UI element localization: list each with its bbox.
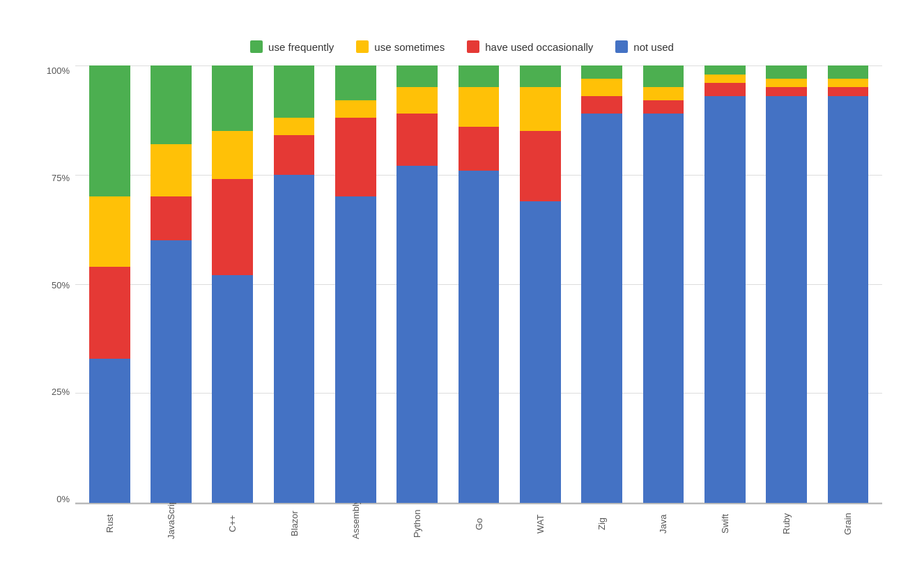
bars-and-x: RustJavaScriptC++BlazorAssemblyScriptPyt… bbox=[75, 65, 882, 539]
bar-col bbox=[82, 65, 137, 503]
bar-col bbox=[821, 65, 875, 503]
bar-segment-notused bbox=[520, 201, 561, 503]
x-axis-label: Rust bbox=[105, 508, 115, 539]
bar-segment-notused bbox=[704, 96, 746, 503]
y-axis: 100%75%50%25%0% bbox=[42, 65, 75, 539]
x-label-col: Swift bbox=[698, 504, 752, 539]
bar-segment-occasional bbox=[212, 179, 253, 275]
bar-segment-sometimes bbox=[828, 79, 869, 88]
bar-col bbox=[759, 65, 813, 503]
bar-segment-occasional bbox=[274, 135, 315, 175]
x-axis-label: JavaScript bbox=[166, 508, 176, 539]
bar-segment-notused bbox=[274, 175, 315, 503]
y-axis-label: 25% bbox=[52, 387, 70, 397]
legend-label: use frequently bbox=[268, 41, 334, 53]
x-axis-label: C++ bbox=[227, 508, 238, 539]
legend-item: not used bbox=[615, 40, 674, 53]
legend-swatch bbox=[356, 40, 369, 53]
x-axis-label: Grain bbox=[842, 508, 853, 539]
x-axis-label: Zig bbox=[596, 508, 607, 539]
bar-stack bbox=[643, 65, 684, 503]
legend-swatch bbox=[615, 40, 628, 53]
bar-segment-notused bbox=[459, 171, 500, 503]
bar-col bbox=[698, 65, 752, 503]
bar-segment-notused bbox=[828, 96, 869, 503]
legend-swatch bbox=[250, 40, 263, 53]
bar-segment-occasional bbox=[581, 96, 622, 114]
x-label-col: Ruby bbox=[759, 504, 813, 539]
x-label-col: Go bbox=[452, 504, 506, 539]
bar-segment-sometimes bbox=[704, 75, 746, 84]
x-axis-label: AssemblyScript bbox=[351, 508, 361, 539]
bar-segment-notused bbox=[581, 114, 622, 503]
x-axis-label: Java bbox=[658, 508, 668, 539]
chart-container: use frequentlyuse sometimeshave used occ… bbox=[0, 0, 924, 567]
x-axis: RustJavaScriptC++BlazorAssemblyScriptPyt… bbox=[75, 504, 882, 539]
y-axis-label: 50% bbox=[52, 280, 70, 290]
bar-stack bbox=[704, 65, 746, 503]
bar-segment-sometimes bbox=[581, 79, 622, 96]
y-axis-label: 100% bbox=[47, 65, 70, 76]
bar-segment-frequent bbox=[396, 65, 438, 87]
bar-col bbox=[144, 65, 198, 503]
bar-col bbox=[328, 65, 383, 503]
bar-segment-occasional bbox=[335, 118, 376, 196]
bar-segment-sometimes bbox=[643, 87, 684, 100]
bar-segment-occasional bbox=[643, 100, 684, 114]
x-label-col: Python bbox=[390, 504, 445, 539]
bar-stack bbox=[212, 65, 253, 503]
bar-stack bbox=[151, 65, 192, 503]
x-label-col: WAT bbox=[513, 504, 567, 539]
bar-segment-frequent bbox=[520, 65, 561, 87]
x-label-col: AssemblyScript bbox=[328, 504, 383, 539]
bar-segment-frequent bbox=[766, 65, 807, 79]
bar-segment-sometimes bbox=[396, 87, 438, 114]
x-label-col: C++ bbox=[206, 504, 260, 539]
legend-item: have used occasionally bbox=[467, 40, 593, 53]
bar-stack bbox=[396, 65, 438, 503]
bar-stack bbox=[274, 65, 315, 503]
bar-stack bbox=[828, 65, 869, 503]
legend: use frequentlyuse sometimeshave used occ… bbox=[42, 40, 882, 53]
bar-segment-sometimes bbox=[89, 196, 130, 266]
legend-item: use sometimes bbox=[356, 40, 445, 53]
bar-segment-frequent bbox=[828, 65, 869, 79]
bar-stack bbox=[89, 65, 130, 503]
bar-segment-sometimes bbox=[335, 100, 376, 118]
bar-col bbox=[575, 65, 629, 503]
bar-segment-notused bbox=[396, 166, 438, 503]
chart-area: 100%75%50%25%0% RustJavaScriptC++BlazorA… bbox=[42, 65, 882, 539]
bar-segment-frequent bbox=[89, 65, 130, 196]
x-axis-label: Go bbox=[474, 508, 484, 539]
y-axis-label: 0% bbox=[56, 494, 70, 504]
bar-segment-frequent bbox=[212, 65, 253, 131]
x-label-col: Grain bbox=[821, 504, 875, 539]
x-axis-label: Ruby bbox=[781, 508, 792, 539]
bar-segment-sometimes bbox=[766, 79, 807, 88]
legend-label: not used bbox=[633, 41, 674, 53]
x-label-col: Blazor bbox=[267, 504, 321, 539]
bar-segment-frequent bbox=[704, 65, 746, 75]
bar-stack bbox=[335, 65, 376, 503]
bar-segment-frequent bbox=[274, 65, 315, 118]
legend-item: use frequently bbox=[250, 40, 334, 53]
x-axis-label: WAT bbox=[535, 508, 546, 539]
bar-segment-notused bbox=[643, 114, 684, 503]
bar-segment-occasional bbox=[396, 114, 438, 166]
bar-segment-occasional bbox=[766, 87, 807, 96]
legend-label: have used occasionally bbox=[485, 41, 593, 53]
x-axis-label: Swift bbox=[720, 508, 730, 539]
bar-segment-notused bbox=[89, 359, 130, 503]
bar-col bbox=[513, 65, 567, 503]
bar-segment-frequent bbox=[643, 65, 684, 87]
bar-segment-sometimes bbox=[212, 131, 253, 179]
bar-segment-occasional bbox=[828, 87, 869, 96]
x-axis-label: Blazor bbox=[289, 508, 300, 539]
bar-segment-occasional bbox=[151, 196, 192, 240]
x-axis-label: Python bbox=[412, 508, 422, 539]
bar-segment-frequent bbox=[335, 65, 376, 100]
x-label-col: Zig bbox=[575, 504, 629, 539]
bar-segment-frequent bbox=[459, 65, 500, 87]
bar-segment-notused bbox=[766, 96, 807, 503]
bar-segment-notused bbox=[212, 275, 253, 503]
